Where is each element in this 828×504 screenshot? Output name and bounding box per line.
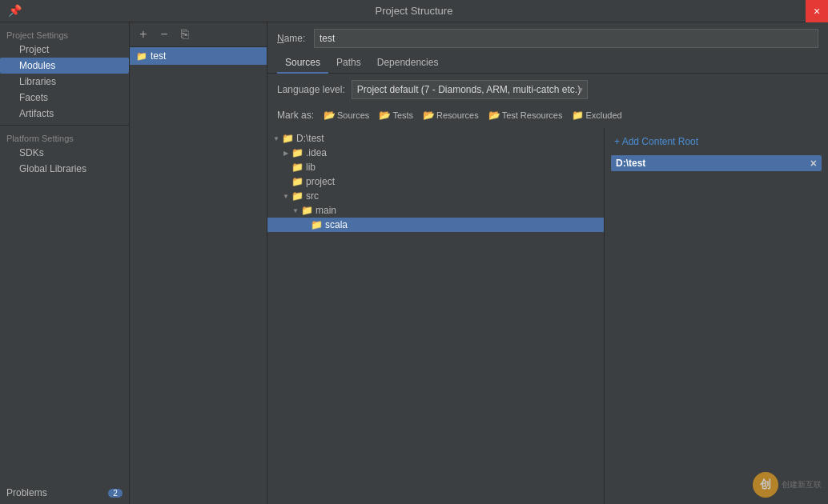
problems-badge: 2 bbox=[108, 489, 123, 498]
tests-folder-icon: 📂 bbox=[379, 110, 391, 121]
main-layout: Project Settings Project Modules Librari… bbox=[0, 22, 828, 504]
mark-tag-tests-label: Tests bbox=[392, 110, 413, 120]
tree-toggle-main: ▼ bbox=[290, 205, 301, 216]
copy-module-button[interactable]: ⎘ bbox=[176, 26, 194, 43]
tree-node-project-label: project bbox=[306, 176, 335, 187]
tree-panel: ▼ 📁 D:\test ▶ 📁 .idea 📁 lib bbox=[267, 128, 604, 504]
mark-tag-excluded-label: Excluded bbox=[585, 110, 621, 120]
watermark: 创 创建新互联 bbox=[753, 472, 822, 498]
pin-icon: 📌 bbox=[8, 4, 22, 17]
tree-toggle-src: ▼ bbox=[280, 190, 291, 202]
watermark-text: 创建新互联 bbox=[782, 479, 822, 490]
mark-tag-sources[interactable]: 📂 Sources bbox=[320, 109, 372, 122]
tree-node-scala-label: scala bbox=[325, 219, 348, 230]
tree-toggle-dtest: ▼ bbox=[271, 133, 282, 144]
project-settings-label: Project Settings bbox=[0, 26, 129, 42]
right-panel: + Add Content Root D:\test × bbox=[604, 128, 828, 504]
tree-node-main[interactable]: ▼ 📁 main bbox=[267, 203, 604, 218]
tab-paths[interactable]: Paths bbox=[328, 53, 369, 74]
tree-node-src-label: src bbox=[306, 190, 319, 202]
content-root-item: D:\test × bbox=[611, 155, 822, 171]
window-title: Project Structure bbox=[376, 5, 453, 17]
tree-toggle-idea: ▶ bbox=[280, 147, 291, 158]
name-label: Name: bbox=[277, 33, 309, 44]
tree-toggle-lib bbox=[280, 162, 291, 173]
sidebar-item-modules[interactable]: Modules bbox=[0, 58, 129, 74]
tree-node-src[interactable]: ▼ 📁 src bbox=[267, 189, 604, 203]
lang-level-row: Language level: Project default (7 - Dia… bbox=[267, 74, 828, 106]
tree-folder-dtest-icon: 📁 bbox=[282, 133, 294, 144]
mark-tag-sources-label: Sources bbox=[337, 110, 369, 120]
mark-tag-resources[interactable]: 📂 Resources bbox=[420, 109, 482, 122]
mark-tag-resources-label: Resources bbox=[436, 110, 479, 120]
sidebar-item-sdks[interactable]: SDKs bbox=[0, 145, 129, 161]
content-root-label: D:\test bbox=[616, 158, 645, 169]
content-root-close-button[interactable]: × bbox=[810, 158, 817, 169]
tree-folder-project-icon: 📁 bbox=[291, 176, 303, 187]
mark-as-label: Mark as: bbox=[277, 110, 314, 121]
platform-settings-label: Platform Settings bbox=[0, 129, 129, 145]
sidebar-item-global-libraries[interactable]: Global Libraries bbox=[0, 161, 129, 177]
tree-node-lib-label: lib bbox=[306, 162, 316, 173]
remove-module-button[interactable]: − bbox=[155, 26, 173, 43]
add-module-button[interactable]: + bbox=[135, 26, 152, 43]
lang-level-select[interactable]: Project default (7 - Diamonds, ARM, mult… bbox=[352, 80, 588, 99]
tree-folder-main-icon: 📁 bbox=[301, 205, 313, 216]
tree-node-idea-label: .idea bbox=[306, 147, 327, 158]
tree-folder-scala-icon: 📁 bbox=[311, 219, 323, 230]
name-label-rest: ame: bbox=[284, 33, 306, 44]
sidebar-item-project[interactable]: Project bbox=[0, 42, 129, 58]
mark-tag-test-resources[interactable]: 📂 Test Resources bbox=[485, 109, 566, 122]
tree-node-dtest[interactable]: ▼ 📁 D:\test bbox=[267, 131, 604, 146]
module-item-test[interactable]: 📁 test bbox=[130, 47, 267, 65]
name-label-text: N bbox=[277, 33, 284, 44]
tree-toggle-scala bbox=[299, 219, 311, 230]
tree-node-scala[interactable]: 📁 scala bbox=[267, 218, 604, 232]
sidebar-item-artifacts[interactable]: Artifacts bbox=[0, 106, 129, 122]
mark-as-row: Mark as: 📂 Sources 📂 Tests 📂 Resources 📂… bbox=[267, 106, 828, 128]
sidebar-item-libraries[interactable]: Libraries bbox=[0, 74, 129, 90]
module-folder-icon: 📁 bbox=[136, 51, 147, 62]
tree-node-idea[interactable]: ▶ 📁 .idea bbox=[267, 146, 604, 160]
problems-row[interactable]: Problems 2 bbox=[0, 485, 129, 501]
problems-label: Problems bbox=[6, 487, 47, 498]
tree-node-dtest-label: D:\test bbox=[296, 133, 324, 144]
tab-sources[interactable]: Sources bbox=[277, 53, 328, 74]
module-list: 📁 test bbox=[130, 47, 267, 504]
watermark-logo: 创 bbox=[753, 472, 778, 498]
content-area: Name: Sources Paths Dependencies Languag… bbox=[267, 22, 828, 504]
tree-folder-src-icon: 📁 bbox=[291, 190, 303, 202]
tree-node-project[interactable]: 📁 project bbox=[267, 174, 604, 189]
module-item-label: test bbox=[151, 50, 166, 62]
sidebar-divider bbox=[0, 125, 129, 126]
tabs-row: Sources Paths Dependencies bbox=[267, 53, 828, 74]
title-bar: 📌 Project Structure × bbox=[0, 0, 828, 22]
name-input[interactable] bbox=[314, 29, 818, 48]
excluded-folder-icon: 📁 bbox=[572, 110, 584, 121]
module-toolbar: + − ⎘ bbox=[130, 22, 267, 47]
resources-folder-icon: 📂 bbox=[423, 110, 435, 121]
content-split: ▼ 📁 D:\test ▶ 📁 .idea 📁 lib bbox=[267, 128, 828, 504]
close-button[interactable]: × bbox=[806, 0, 828, 22]
tab-dependencies[interactable]: Dependencies bbox=[369, 53, 447, 74]
sidebar-item-facets[interactable]: Facets bbox=[0, 90, 129, 106]
test-resources-folder-icon: 📂 bbox=[488, 110, 500, 121]
lang-level-select-wrapper: Project default (7 - Diamonds, ARM, mult… bbox=[352, 80, 588, 99]
name-row: Name: bbox=[267, 22, 828, 53]
tree-folder-lib-icon: 📁 bbox=[291, 162, 303, 173]
add-content-root-button[interactable]: + Add Content Root bbox=[611, 134, 822, 149]
tree-toggle-project bbox=[280, 176, 291, 187]
tree-node-lib[interactable]: 📁 lib bbox=[267, 160, 604, 174]
mark-tag-test-resources-label: Test Resources bbox=[502, 110, 563, 120]
mark-tag-excluded[interactable]: 📁 Excluded bbox=[569, 109, 625, 122]
module-panel: + − ⎘ 📁 test bbox=[130, 22, 267, 504]
lang-level-label: Language level: bbox=[277, 84, 345, 95]
tree-folder-idea-icon: 📁 bbox=[291, 147, 303, 158]
sources-folder-icon: 📂 bbox=[324, 110, 336, 121]
tree-node-main-label: main bbox=[316, 205, 336, 216]
sidebar: Project Settings Project Modules Librari… bbox=[0, 22, 130, 504]
mark-tag-tests[interactable]: 📂 Tests bbox=[376, 109, 416, 122]
